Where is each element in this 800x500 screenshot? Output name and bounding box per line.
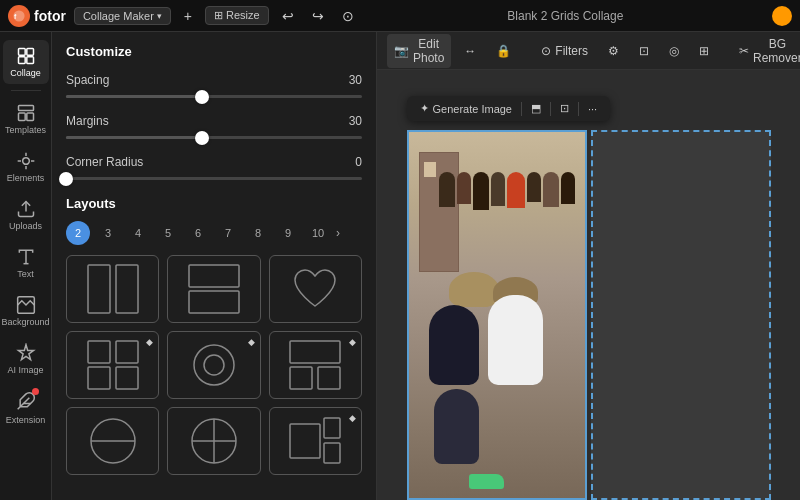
svg-point-9 <box>22 158 29 165</box>
sidebar-item-background[interactable]: Background <box>3 289 49 333</box>
slot-toolbar-sep3 <box>578 102 579 116</box>
margins-row: Margins 30 <box>66 114 362 128</box>
circle-btn[interactable]: ◎ <box>662 41 686 61</box>
slot-more-btn[interactable]: ··· <box>583 101 602 117</box>
sidebar-item-extension[interactable]: Extension <box>3 385 49 431</box>
spacing-slider-track[interactable] <box>66 95 362 98</box>
adjust-icon: ⚙ <box>608 44 619 58</box>
slot-save-icon: ⬒ <box>531 102 541 115</box>
resize-btn[interactable]: ⊞ Resize <box>205 6 269 25</box>
photo-slot-2[interactable] <box>591 130 771 500</box>
sidebar-label-text: Text <box>17 269 34 279</box>
undo-btn[interactable]: ↩ <box>277 6 299 26</box>
adjust-btn[interactable]: ⚙ <box>601 41 626 61</box>
svg-rect-7 <box>18 113 25 121</box>
margins-slider-container <box>66 136 362 139</box>
sidebar-label-uploads: Uploads <box>9 221 42 231</box>
edit-photo-btn[interactable]: 📷 Edit Photo <box>387 34 451 68</box>
filters-btn[interactable]: ⊙ Filters <box>534 41 595 61</box>
edit-photo-icon: 📷 <box>394 44 409 58</box>
person6 <box>527 172 541 202</box>
lock-btn[interactable]: 🔒 <box>489 41 518 61</box>
filters-label: Filters <box>555 44 588 58</box>
layout-thumb-7[interactable] <box>66 407 159 475</box>
layout-num-8[interactable]: 8 <box>246 221 270 245</box>
layout-num-9[interactable]: 9 <box>276 221 300 245</box>
sidebar-label-collage: Collage <box>10 68 41 78</box>
slot-save-btn[interactable]: ⬒ <box>526 100 546 117</box>
layout-num-6[interactable]: 6 <box>186 221 210 245</box>
sidebar-item-templates[interactable]: Templates <box>3 97 49 141</box>
margins-slider-track[interactable] <box>66 136 362 139</box>
margins-slider-thumb[interactable] <box>195 131 209 145</box>
photo-image <box>409 132 585 498</box>
layout-num-2[interactable]: 2 <box>66 221 90 245</box>
corner-radius-slider-track[interactable] <box>66 177 362 180</box>
circle-icon: ◎ <box>669 44 679 58</box>
history-btn[interactable]: ⊙ <box>337 6 359 26</box>
layout-grid: ◆ ◆ ◆ <box>66 255 362 475</box>
sidebar-label-extension: Extension <box>6 415 46 425</box>
layout-num-10[interactable]: 10 <box>306 221 330 245</box>
layout-thumb-8[interactable] <box>167 407 260 475</box>
slot-toolbar: ✦ Generate Image ⬒ ⊡ ··· <box>407 96 611 121</box>
sidebar-item-collage[interactable]: Collage <box>3 40 49 84</box>
logo: f fotor <box>8 5 66 27</box>
svg-rect-19 <box>88 341 110 363</box>
add-btn[interactable]: + <box>179 6 197 26</box>
layout-thumb-4[interactable]: ◆ <box>66 331 159 399</box>
generate-image-btn[interactable]: ✦ Generate Image <box>415 100 518 117</box>
layout-thumb-1[interactable] <box>66 255 159 323</box>
corner-radius-row: Corner Radius 0 <box>66 155 362 169</box>
svg-point-23 <box>194 345 234 385</box>
icon-bar: Collage Templates Elements Uploads Text … <box>0 32 52 500</box>
layout-thumb-5[interactable]: ◆ <box>167 331 260 399</box>
layout-thumb-9[interactable]: ◆ <box>269 407 362 475</box>
person-crouch1 <box>429 305 479 385</box>
layout-diamond-3: ◆ <box>349 337 356 347</box>
crop-icon: ⊡ <box>639 44 649 58</box>
person-crouch3 <box>434 389 479 464</box>
layout-thumb-6[interactable]: ◆ <box>269 331 362 399</box>
layout-nums: 2 3 4 5 6 7 8 9 10 › <box>66 221 362 245</box>
layout-diamond-4: ◆ <box>349 413 356 423</box>
layout-thumb-2[interactable] <box>167 255 260 323</box>
spacing-label: Spacing <box>66 73 109 87</box>
user-avatar[interactable] <box>772 6 792 26</box>
layout-num-3[interactable]: 3 <box>96 221 120 245</box>
redo-btn[interactable]: ↪ <box>307 6 329 26</box>
bg-remover-btn[interactable]: ✂ BG Remover <box>732 34 800 68</box>
svg-rect-34 <box>324 418 340 438</box>
bg-remover-label: BG Remover <box>753 37 800 65</box>
person3 <box>473 172 489 210</box>
svg-rect-2 <box>18 49 25 56</box>
layout-thumb-3-heart[interactable] <box>269 255 362 323</box>
top-bar-right <box>772 6 792 26</box>
sidebar-item-uploads[interactable]: Uploads <box>3 193 49 237</box>
photo-slot-1[interactable] <box>407 130 587 500</box>
slot-crop-icon: ⊡ <box>560 102 569 115</box>
fit-btn[interactable]: ↔ <box>457 41 483 61</box>
svg-rect-25 <box>290 341 340 363</box>
extension-badge-wrapper <box>16 391 36 413</box>
people-group-top <box>439 172 585 210</box>
canvas-area: 📷 Edit Photo ↔ 🔒 ⊙ Filters ⚙ ⊡ ◎ <box>377 32 800 500</box>
layout-num-next-chevron[interactable]: › <box>336 226 340 240</box>
spacing-slider-thumb[interactable] <box>195 90 209 104</box>
layout-num-4[interactable]: 4 <box>126 221 150 245</box>
svg-rect-4 <box>18 57 25 64</box>
crop-btn[interactable]: ⊡ <box>632 41 656 61</box>
person1 <box>439 172 455 207</box>
sidebar-item-elements[interactable]: Elements <box>3 145 49 189</box>
collage-maker-btn[interactable]: Collage Maker ▾ <box>74 7 171 25</box>
corner-radius-slider-thumb[interactable] <box>59 172 73 186</box>
svg-rect-15 <box>88 265 110 313</box>
sidebar-item-ai-image[interactable]: AI Image <box>3 337 49 381</box>
mosaic-btn[interactable]: ⊞ <box>692 41 716 61</box>
sidebar-item-text[interactable]: Text <box>3 241 49 285</box>
layout-num-7[interactable]: 7 <box>216 221 240 245</box>
edit-bar: 📷 Edit Photo ↔ 🔒 ⊙ Filters ⚙ ⊡ ◎ <box>377 32 800 70</box>
slot-crop-btn[interactable]: ⊡ <box>555 100 574 117</box>
sidebar-label-templates: Templates <box>5 125 46 135</box>
layout-num-5[interactable]: 5 <box>156 221 180 245</box>
